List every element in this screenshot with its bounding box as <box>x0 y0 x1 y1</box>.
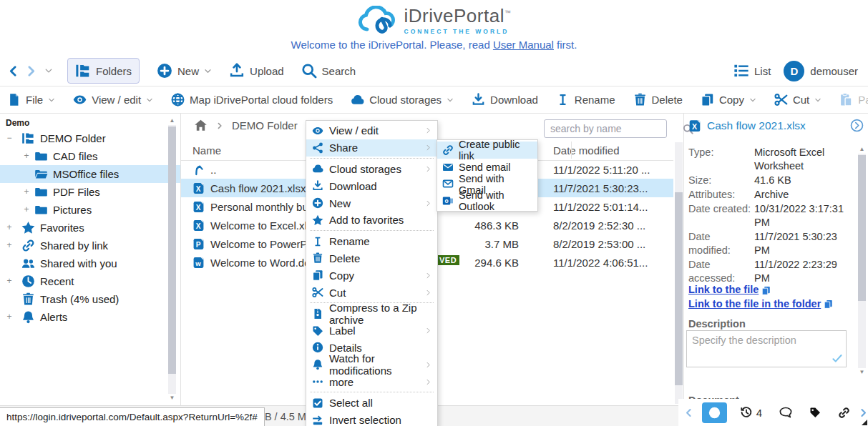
comments-icon[interactable] <box>779 406 792 419</box>
new-button[interactable]: New <box>157 63 212 79</box>
file-properties: Type:Microsoft Excel Worksheet Size:41.6… <box>688 146 847 286</box>
column-date-modified[interactable]: Date modified <box>532 144 673 157</box>
scroll-up-icon[interactable]: ▲ <box>859 146 865 153</box>
menu-item-new[interactable]: New <box>306 194 437 212</box>
cloud-storages-menu[interactable]: Cloud storages <box>351 93 454 106</box>
details-scrollbar[interactable]: ▲ ▼ <box>857 146 867 376</box>
rename-button[interactable]: Rename <box>556 93 615 106</box>
sidebar-item-recent[interactable]: + Recent <box>0 272 180 290</box>
save-description-icon[interactable] <box>832 352 843 364</box>
folder-open-icon <box>34 167 48 181</box>
search-button[interactable]: Search <box>301 63 356 79</box>
share-icon <box>312 142 323 154</box>
menu-item-download[interactable]: Download <box>306 177 437 194</box>
avatar[interactable]: D <box>784 61 804 81</box>
resize-grip[interactable] <box>862 420 867 425</box>
expand-toggle[interactable]: + <box>5 276 14 286</box>
list-icon <box>733 63 749 79</box>
collapse-toggle[interactable]: − <box>5 133 14 143</box>
expand-toggle[interactable]: + <box>5 240 14 250</box>
expand-toggle[interactable]: + <box>5 312 14 322</box>
copy-link-icon[interactable] <box>761 286 771 295</box>
file-menu[interactable]: File <box>7 93 55 106</box>
scroll-down-icon[interactable]: ▼ <box>859 369 865 376</box>
menu-item-share[interactable]: Share <box>306 139 437 157</box>
link-to-file-in-folder[interactable]: Link to the file in the folder <box>688 298 821 309</box>
links-icon[interactable] <box>838 407 850 419</box>
info-icon <box>708 407 721 419</box>
download-button[interactable]: Download <box>472 93 538 106</box>
view-edit-menu[interactable]: View / edit <box>73 93 153 106</box>
expand-toggle[interactable]: + <box>22 187 31 197</box>
labels-icon[interactable] <box>809 407 821 418</box>
history-dropdown-icon[interactable] <box>44 66 53 75</box>
sidebar-item-shared-by-link[interactable]: + Shared by link <box>0 237 180 254</box>
user-manual-link[interactable]: User Manual <box>493 39 554 51</box>
upload-button[interactable]: Upload <box>229 63 284 79</box>
scissors-icon <box>312 287 323 298</box>
eye-icon <box>312 125 323 137</box>
sidebar-item-alerts[interactable]: + Alerts <box>0 308 180 326</box>
menu-item-watch-modifications[interactable]: Watch for modifications <box>306 356 437 373</box>
sidebar-item-favorites[interactable]: + Favorites <box>0 219 180 237</box>
back-icon[interactable] <box>7 65 19 77</box>
sidebar-item-shared-with-you[interactable]: Shared with you <box>0 254 180 272</box>
expand-toggle[interactable]: + <box>22 204 31 214</box>
menu-item-view-edit[interactable]: View / edit <box>306 122 437 139</box>
copy-menu[interactable]: Copy <box>701 93 756 106</box>
history-icon[interactable] <box>740 406 753 419</box>
username[interactable]: demouser <box>810 65 858 77</box>
excel-file-icon: X <box>192 182 205 194</box>
info-tab-button[interactable] <box>702 402 727 423</box>
submenu-arrow-icon <box>425 289 431 296</box>
list-view-button[interactable]: List <box>733 63 771 79</box>
sidebar-item-cad-files[interactable]: + CAD files <box>0 147 180 165</box>
menu-item-cut[interactable]: Cut <box>306 284 437 301</box>
invert-selection-icon <box>312 415 323 426</box>
menu-item-rename[interactable]: Rename <box>306 233 437 250</box>
cut-menu[interactable]: Cut <box>774 93 821 106</box>
submenu-item-send-outlook[interactable]: o Send with Outlook <box>437 192 537 209</box>
map-cloud-folders-button[interactable]: Map iDrivePortal cloud folders <box>171 93 333 106</box>
sidebar-item-pictures[interactable]: + Pictures <box>0 201 180 219</box>
folders-button[interactable]: Folders <box>67 58 140 84</box>
submenu-item-create-public-link[interactable]: Create public link <box>437 142 537 159</box>
menu-item-select-all[interactable]: Select all <box>306 395 437 412</box>
expand-toggle[interactable]: + <box>5 222 14 232</box>
breadcrumb-folder[interactable]: DEMO Folder <box>232 119 298 132</box>
delete-button[interactable]: Delete <box>633 93 683 106</box>
menu-item-invert-selection[interactable]: Invert selection <box>306 412 437 426</box>
sidebar-item-pdf-files[interactable]: + PDF Files <box>0 183 180 201</box>
submenu-arrow-icon <box>425 127 431 134</box>
sidebar-item-trash[interactable]: Trash (4% used) <box>0 290 180 308</box>
panel-collapse-icon[interactable] <box>850 119 864 132</box>
menu-item-copy[interactable]: Copy <box>306 267 437 284</box>
search-input[interactable] <box>545 123 683 134</box>
sidebar-scrollbar[interactable]: ▲ ▼ <box>167 117 177 402</box>
paste-button: Paste <box>839 93 868 106</box>
sidebar-item-msoffice-files[interactable]: MSOffice files <box>0 165 180 183</box>
outlook-icon: o <box>442 195 454 207</box>
tab-right-icon[interactable] <box>859 408 868 417</box>
status-badge: VED <box>437 255 459 265</box>
tab-left-icon[interactable] <box>684 408 693 417</box>
ellipsis-icon <box>312 376 323 387</box>
file-icon <box>7 93 21 106</box>
link-to-file[interactable]: Link to the file <box>688 284 759 295</box>
scroll-up-icon[interactable]: ▲ <box>170 117 175 124</box>
submenu-arrow-icon <box>425 144 431 151</box>
menu-item-add-to-favorites[interactable]: Add to favorites <box>306 212 437 229</box>
sidebar-item-demo-folder[interactable]: − DEMO Folder <box>0 129 180 147</box>
forward-icon[interactable] <box>25 65 37 77</box>
scroll-down-icon[interactable]: ▼ <box>170 395 175 402</box>
file-list-scrollbar[interactable] <box>674 142 683 405</box>
description-input[interactable] <box>687 331 846 367</box>
expand-toggle[interactable]: + <box>22 151 31 161</box>
menu-item-compress-zip[interactable]: Compress to a Zip archive <box>306 305 437 322</box>
menu-item-delete[interactable]: Delete <box>306 250 437 267</box>
copy-link-icon[interactable] <box>824 299 833 309</box>
scissors-icon <box>774 93 788 106</box>
home-icon[interactable] <box>194 119 208 132</box>
menu-item-cloud-storages[interactable]: Cloud storages <box>306 161 437 178</box>
submenu-arrow-icon <box>425 362 431 368</box>
